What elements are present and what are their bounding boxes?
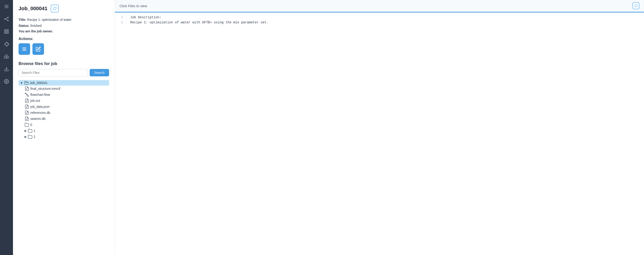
code-line-2: 2 Recipe 1: optimization of water with D… — [115, 20, 644, 25]
chevron-right-icon-2: ▶ — [24, 135, 27, 138]
line-number-2: 2 — [115, 20, 126, 25]
sidebar-icon-puzzle[interactable] — [2, 40, 11, 48]
job-title: Job_000041 — [18, 5, 48, 11]
list-action-button[interactable] — [18, 43, 30, 55]
tree-node-job-data[interactable]: job_data.json — [23, 104, 109, 110]
file-name-seamm-db: seamm.db — [30, 117, 46, 121]
tree-node-final-structure[interactable]: final_structure.mmcif — [23, 86, 109, 92]
svg-rect-10 — [5, 32, 6, 33]
tree-node-root[interactable]: ▼ Job_000041 — [18, 80, 109, 86]
file-icon-db-references — [24, 110, 29, 115]
main-area: Job_000041 Title: Recipe 1: optimization… — [13, 0, 644, 255]
folder-icon-0 — [24, 122, 29, 127]
file-icon-mmcif — [24, 86, 29, 91]
tree-node-flowchart[interactable]: flowchart.flow — [23, 92, 109, 98]
sidebar-icon-menu[interactable] — [2, 2, 11, 11]
file-name-references: references.db — [30, 111, 50, 115]
tree-node-job-out[interactable]: job.out — [23, 98, 109, 104]
search-row: Search — [18, 69, 109, 76]
right-panel: Click Files to view 1 Job Description: 2… — [115, 0, 644, 255]
chevron-right-icon-1: ▶ — [24, 129, 27, 132]
action-buttons — [18, 43, 109, 55]
line-content-2: Recipe 1: optimization of water with DFT… — [126, 20, 268, 25]
file-name-flowchart: flowchart.flow — [30, 93, 50, 96]
svg-point-5 — [8, 20, 8, 21]
file-icon-out — [24, 98, 29, 103]
chevron-down-icon: ▼ — [20, 81, 23, 85]
file-icon-json — [24, 104, 29, 109]
tree-node-references[interactable]: references.db — [23, 110, 109, 116]
status-label: Status: — [18, 24, 30, 27]
line-content-1: Job Description: — [126, 15, 161, 20]
file-name-job-data: job_data.json — [30, 105, 50, 109]
edit-action-button[interactable] — [32, 43, 44, 55]
svg-line-25 — [28, 95, 28, 96]
left-panel: Job_000041 Title: Recipe 1: optimization… — [13, 0, 115, 255]
sidebar-icon-download[interactable] — [2, 65, 11, 73]
svg-rect-23 — [28, 96, 28, 96]
title-label: Title: — [18, 18, 26, 21]
file-name-final-structure: final_structure.mmcif — [30, 87, 60, 90]
folder-icon-1 — [28, 128, 32, 133]
svg-rect-11 — [7, 32, 8, 33]
svg-line-24 — [26, 94, 27, 94]
tree-node-seamm-db[interactable]: seamm.db — [23, 116, 109, 122]
status-meta: Status: finished — [18, 23, 109, 28]
tree-node-folder-1[interactable]: ▶ 1 — [23, 128, 109, 134]
root-folder-name: Job_000041 — [30, 81, 48, 85]
job-title-row: Job_000041 — [18, 5, 109, 12]
folder-icon-2 — [28, 134, 32, 139]
sidebar-icon-cloud[interactable] — [2, 52, 11, 61]
file-icon-flow — [24, 92, 29, 97]
folder-name-0: 0 — [30, 123, 32, 127]
svg-rect-9 — [7, 30, 8, 31]
viewer-refresh-button[interactable] — [632, 2, 639, 9]
status-value: finished — [30, 24, 42, 27]
svg-point-14 — [6, 81, 7, 82]
file-icon-db-seamm — [24, 116, 29, 121]
title-value: Recipe 1: optimization of water — [27, 18, 71, 21]
viewer-header: Click Files to view — [115, 0, 644, 12]
viewer-header-text: Click Files to view — [120, 4, 147, 8]
sidebar-icon-workflow[interactable] — [2, 15, 11, 23]
svg-rect-22 — [26, 94, 28, 95]
owner-text: You are the job owner. — [18, 29, 109, 33]
search-button[interactable]: Search — [90, 69, 109, 76]
sidebar-icon-settings[interactable] — [2, 77, 11, 86]
svg-line-6 — [5, 18, 8, 19]
tree-node-folder-2[interactable]: ▶ 2 — [23, 134, 109, 140]
tree-children-root: final_structure.mmcif flowchart.flow — [18, 86, 109, 140]
folder-open-icon — [24, 81, 28, 85]
tree-node-folder-0[interactable]: 0 — [23, 122, 109, 128]
svg-point-20 — [27, 89, 27, 90]
job-refresh-button[interactable] — [51, 5, 58, 12]
title-meta: Title: Recipe 1: optimization of water — [18, 17, 109, 22]
svg-line-7 — [5, 19, 8, 20]
folder-name-1: 1 — [34, 129, 36, 133]
folder-name-2: 2 — [34, 135, 36, 139]
sidebar-icon-dashboard[interactable] — [2, 27, 11, 36]
code-viewer: 1 Job Description: 2 Recipe 1: optimizat… — [115, 12, 644, 255]
sidebar — [0, 0, 13, 255]
svg-rect-8 — [5, 30, 6, 31]
file-tree: ▼ Job_000041 final_structure.mmcif — [18, 80, 109, 140]
svg-point-4 — [8, 17, 8, 18]
browse-title: Browse files for job — [18, 61, 109, 66]
line-number-1: 1 — [115, 15, 126, 20]
actions-label: Actions: — [18, 37, 109, 41]
code-line-1: 1 Job Description: — [115, 15, 644, 20]
file-name-job-out: job.out — [30, 99, 40, 102]
svg-point-19 — [26, 89, 27, 89]
search-input[interactable] — [18, 69, 88, 76]
svg-point-3 — [5, 18, 6, 19]
